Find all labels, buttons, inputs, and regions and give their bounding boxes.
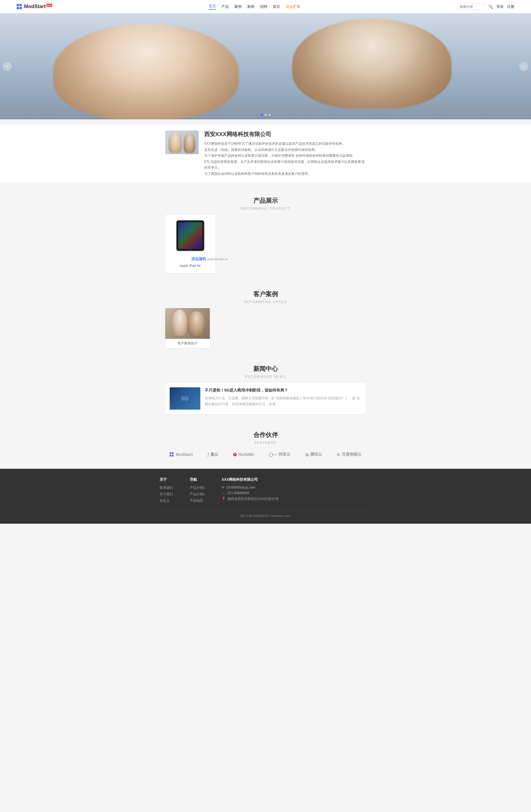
partner-huawei-name: HUAWEI xyxy=(238,452,254,457)
product-image xyxy=(171,220,210,254)
address-text: 陕西省西安市西安区XXX街道XX号 xyxy=(227,497,279,502)
partner-mozong: ∫ 魔众 xyxy=(208,452,219,458)
hero-next-button[interactable]: › xyxy=(519,62,528,71)
footer-guide-link-1[interactable]: 产品分类1 xyxy=(190,485,205,490)
footer-about-link-1[interactable]: 联系我们 xyxy=(159,485,173,490)
watermark-sub: www.hycodes.cn xyxy=(207,258,228,261)
company-desc5: 为了商国企业间和认证机构和客户间的有机业务联系及满足客户的需求。 xyxy=(204,171,366,177)
products-grid: 洪运源码 www.hycodes.cn Apple iPad Air xyxy=(159,215,372,273)
company-desc3: 为了保护本国产品的各种认证制度日渐完善，为保护消费者安 全和环境的各种制度的重要… xyxy=(204,153,366,159)
search-button[interactable]: 🔍 xyxy=(488,4,493,9)
footer-bottom: 陕ICP备20000630号 ©modstart.com xyxy=(159,510,372,518)
news-content: 不只是快！5G进入商用冲刺阶段，该如何布局？ 布局电力行业、工业圈、国家主管部委… xyxy=(159,383,372,414)
partners-grid: ModStart ∫ 魔众 ✿ HUAWEI ◯— 阿里云 ◎ 腾讯云 ⊙ 百度… xyxy=(159,449,372,460)
company-desc1: XXX网络科技是于1966年为了通过试验评价技术的支援以提高产品技术而成立的试验… xyxy=(204,141,366,147)
cases-title: 客户案例 xyxy=(0,290,531,299)
hero-dot-1[interactable] xyxy=(261,114,263,116)
footer-guide-title: 导航 xyxy=(190,477,205,482)
footer-guide: 导航 产品分类1 产品分类2 产品动态 xyxy=(190,477,205,505)
products-section: 产品展示 RECOMMEND PRODUCT 洪运源码 www.hycodes.… xyxy=(0,188,531,281)
partner-modstart: ModStart xyxy=(170,452,193,457)
company-title: 西安XXX网络科技有限公司 xyxy=(204,130,366,138)
cases-section: 客户案例 RECOMMEND CASES 客户案例设计 xyxy=(0,281,531,357)
ipad-illustration xyxy=(176,220,204,251)
company-desc2: 是先先进（实战）国家的试验机。认证机构进行立足配合作的国代表性机构。 xyxy=(204,147,366,153)
nav-products[interactable]: 产品 xyxy=(222,4,229,9)
cases-grid: 客户案例设计 xyxy=(159,308,372,348)
footer-about-title: 关于 xyxy=(159,477,173,482)
phone-text: 021-88888888 xyxy=(227,491,249,495)
hero-banner: ‹ › xyxy=(0,13,531,119)
news-title: 新闻中心 xyxy=(0,365,531,373)
news-item-title: 不只是快！5G进入商用冲刺阶段，该如何布局？ xyxy=(205,387,362,393)
footer-company-title: XXX网络科技有限公司 xyxy=(222,477,279,482)
partner-baidu-name: 百度智能云 xyxy=(342,452,361,457)
partner-tencent: ◎ 腾讯云 xyxy=(305,452,322,457)
address-icon: 📍 xyxy=(222,497,226,501)
footer: 关于 联系我们 关于我们 自定义 导航 产品分类1 产品分类2 产品动态 XXX… xyxy=(0,469,531,524)
product-card[interactable]: 洪运源码 www.hycodes.cn Apple iPad Air xyxy=(165,215,215,273)
partner-aliyun: ◯— 阿里云 xyxy=(269,452,291,457)
company-desc4: KTL为适应形势的发展，从产品开发到获得认证的整个阶段提供支援，以帮助企业提高技… xyxy=(204,159,366,171)
partner-mozong-name: 魔众 xyxy=(210,452,218,457)
email-icon: ✉ xyxy=(222,485,224,489)
news-text: 不只是快！5G进入商用冲刺阶段，该如何布局？ 布局电力行业、工业圈、国家主管部委… xyxy=(205,387,362,410)
partner-aliyun-name: 阿里云 xyxy=(279,452,291,457)
footer-about-link-3[interactable]: 自定义 xyxy=(159,498,173,503)
company-image xyxy=(165,130,199,154)
products-section-title: 产品展示 RECOMMEND PRODUCT xyxy=(0,188,531,215)
email-text: 33388888@qq.com xyxy=(226,485,255,489)
partners-section: 合作伙伴 PARTNERS ModStart ∫ 魔众 ✿ HUAWEI ◯— … xyxy=(0,422,531,469)
products-subtitle: RECOMMEND PRODUCT xyxy=(0,207,531,211)
hero-dots xyxy=(261,114,271,116)
footer-contact-email: ✉ 33388888@qq.com xyxy=(222,485,279,489)
partners-section-title: 合作伙伴 PARTNERS xyxy=(0,422,531,449)
company-section-wrapper: 西安XXX网络科技有限公司 XXX网络科技是于1966年为了通过试验评价技术的支… xyxy=(0,125,531,183)
logo-icon xyxy=(17,4,22,10)
nav-extension[interactable]: 后台扩展 xyxy=(286,4,300,9)
header-right: 🔍 登录 注册 xyxy=(457,3,514,10)
nav-recruit[interactable]: 招聘 xyxy=(260,4,267,9)
cases-subtitle: RECOMMEND CASES xyxy=(0,300,531,304)
logo-text: ModStart xyxy=(24,4,46,10)
search-input[interactable] xyxy=(457,3,485,10)
footer-content: 关于 联系我们 关于我们 自定义 导航 产品分类1 产品分类2 产品动态 XXX… xyxy=(159,477,372,505)
register-button[interactable]: 注册 xyxy=(507,4,514,9)
partner-baidu: ⊙ 百度智能云 xyxy=(337,452,361,457)
case-card[interactable]: 客户案例设计 xyxy=(165,308,210,348)
hero-image xyxy=(0,13,531,119)
product-name: Apple iPad Air xyxy=(171,264,210,268)
watermark-main: 洪运源码 xyxy=(192,257,206,261)
news-item[interactable]: 不只是快！5G进入商用冲刺阶段，该如何布局？ 布局电力行业、工业圈、国家主管部委… xyxy=(165,383,366,414)
news-section: 新闻中心 RECOMMEND NEWS 不只是快！5G进入商用冲刺阶段，该如何布… xyxy=(0,357,531,422)
footer-guide-link-2[interactable]: 产品分类2 xyxy=(190,492,205,497)
main-nav: 首页 产品 案例 新闻 招聘 留言 后台扩展 xyxy=(209,4,300,10)
header: ModStart pro 首页 产品 案例 新闻 招聘 留言 后台扩展 🔍 登录… xyxy=(0,0,531,13)
login-button[interactable]: 登录 xyxy=(497,4,504,9)
news-item-desc: 布局电力行业、工业圈、国家主管部委印发《扩 和加强基站建设三年行动计划2019-… xyxy=(205,395,362,407)
hero-prev-button[interactable]: ‹ xyxy=(3,62,12,71)
partner-huawei: ✿ HUAWEI xyxy=(233,452,254,457)
nav-message[interactable]: 留言 xyxy=(273,4,280,9)
footer-contact-address: 📍 陕西省西安市西安区XXX街道XX号 xyxy=(222,497,279,502)
partner-tencent-name: 腾讯云 xyxy=(310,452,322,457)
products-title: 产品展示 xyxy=(0,197,531,205)
nav-cases[interactable]: 案例 xyxy=(234,4,242,9)
logo[interactable]: ModStart pro xyxy=(17,4,52,10)
nav-home[interactable]: 首页 xyxy=(209,4,216,10)
news-image xyxy=(170,387,200,410)
footer-about-link-2[interactable]: 关于我们 xyxy=(159,492,173,497)
cases-section-title: 客户案例 RECOMMEND CASES xyxy=(0,281,531,308)
footer-guide-link-3[interactable]: 产品动态 xyxy=(190,498,205,503)
news-subtitle: RECOMMEND NEWS xyxy=(0,375,531,379)
copyright-text: 陕ICP备20000630号 ©modstart.com xyxy=(240,514,290,518)
hero-dot-3[interactable] xyxy=(268,114,271,116)
hero-dot-2[interactable] xyxy=(265,114,267,116)
logo-badge: pro xyxy=(46,4,52,7)
case-image xyxy=(165,308,210,339)
phone-icon: 📞 xyxy=(222,491,226,495)
case-name: 客户案例设计 xyxy=(165,339,210,348)
nav-news[interactable]: 新闻 xyxy=(247,4,254,9)
partners-subtitle: PARTNERS xyxy=(0,441,531,445)
footer-company: XXX网络科技有限公司 ✉ 33388888@qq.com 📞 021-8888… xyxy=(222,477,279,505)
